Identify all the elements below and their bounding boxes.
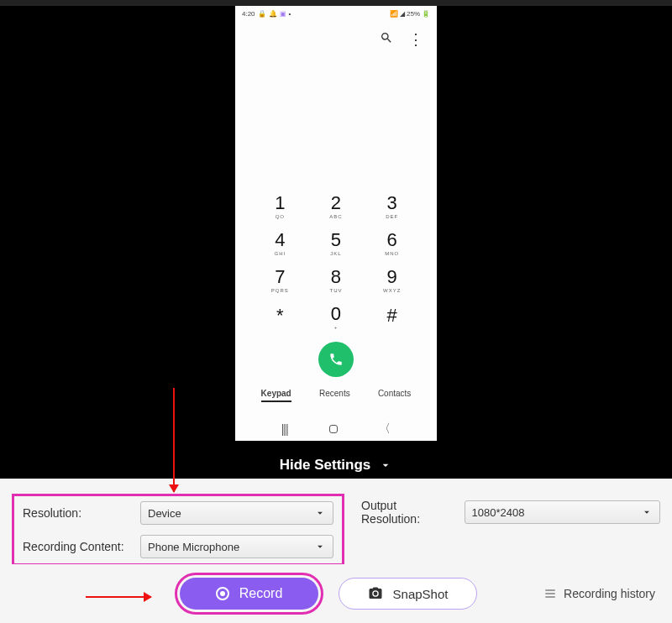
dialpad-letters: GHI xyxy=(252,251,308,256)
dialpad-letters: WXYZ xyxy=(364,288,420,293)
dialpad-key-0[interactable]: 0+ xyxy=(308,305,365,330)
output-resolution-select[interactable]: 1080*2408 xyxy=(465,500,660,524)
battery-icon: 🔋 xyxy=(422,10,430,18)
output-resolution-label: Output Resolution: xyxy=(361,499,456,526)
call-button[interactable] xyxy=(318,342,354,377)
bell-icon: 🔔 xyxy=(269,10,277,18)
dialpad-digit: 8 xyxy=(308,268,365,286)
recording-content-label: Recording Content: xyxy=(23,540,132,553)
tab-contacts[interactable]: Contacts xyxy=(378,389,411,402)
phone-toolbar: ⋮ xyxy=(235,21,437,58)
dialpad-letters: ABC xyxy=(308,214,365,219)
snapshot-button[interactable]: SnapShot xyxy=(339,578,477,610)
dialpad-digit: * xyxy=(252,305,308,327)
search-icon[interactable] xyxy=(380,31,393,48)
nav-back-icon[interactable]: 〈 xyxy=(379,421,391,437)
phone-mirror-area: 4:20 🔒 🔔 ▣ • 📶 ◢ 25% 🔋 ⋮ 1QO2ABC3DEF4GHI… xyxy=(0,6,672,451)
record-label: Record xyxy=(239,586,283,601)
dialpad: 1QO2ABC3DEF4GHI5JKL6MNO7PQRS8TUV9WXYZ*0+… xyxy=(235,58,437,417)
output-resolution-value: 1080*2408 xyxy=(472,506,525,519)
chevron-down-icon xyxy=(641,506,653,518)
more-icon[interactable]: ⋮ xyxy=(408,32,423,47)
hide-settings-label: Hide Settings xyxy=(280,457,371,474)
phone-status-bar: 4:20 🔒 🔔 ▣ • 📶 ◢ 25% 🔋 xyxy=(235,6,437,21)
dialpad-digit: 0 xyxy=(308,305,365,323)
hide-settings-toggle[interactable]: Hide Settings xyxy=(0,451,672,479)
dialpad-digit: 2 xyxy=(308,194,365,212)
nav-recents-icon[interactable]: ||| xyxy=(281,422,288,436)
phone-tabs: Keypad Recents Contacts xyxy=(235,385,437,409)
dialpad-key-8[interactable]: 8TUV xyxy=(308,268,365,293)
dialpad-digit: 1 xyxy=(252,194,308,212)
dialpad-letters: TUV xyxy=(308,288,365,293)
dialpad-digit: 4 xyxy=(252,231,308,249)
resolution-label: Resolution: xyxy=(23,506,132,520)
dialpad-digit: # xyxy=(364,305,420,327)
dialpad-digit: 7 xyxy=(252,268,308,286)
lock-icon: 🔒 xyxy=(258,10,266,18)
dialpad-digit: 9 xyxy=(364,268,420,286)
chevron-down-icon xyxy=(314,541,326,552)
dialpad-letters: + xyxy=(308,325,365,330)
app-icon: ▣ xyxy=(280,10,286,18)
camera-icon xyxy=(368,586,383,601)
dialpad-key-4[interactable]: 4GHI xyxy=(252,231,308,256)
record-highlight-box: Record xyxy=(175,573,323,615)
dialpad-key-1[interactable]: 1QO xyxy=(252,194,308,219)
chevron-down-icon xyxy=(314,507,326,519)
tab-recents[interactable]: Recents xyxy=(319,389,350,402)
dialpad-key-2[interactable]: 2ABC xyxy=(308,194,365,219)
record-button[interactable]: Record xyxy=(180,578,318,610)
action-bar: Record SnapShot Recording history xyxy=(0,564,672,623)
dialpad-digit: 5 xyxy=(308,231,365,249)
wifi-icon: 📶 xyxy=(390,10,398,18)
phone-icon xyxy=(328,352,344,367)
resolution-value: Device xyxy=(148,507,181,520)
android-nav-bar: ||| 〈 xyxy=(235,417,437,441)
window-top-bar xyxy=(0,0,672,6)
dialpad-key-6[interactable]: 6MNO xyxy=(364,231,420,256)
dialpad-letters: MNO xyxy=(364,251,420,256)
dialpad-key-#[interactable]: # xyxy=(364,305,420,330)
recording-history-link[interactable]: Recording history xyxy=(543,587,655,600)
dot-icon: • xyxy=(289,10,291,18)
dialpad-key-7[interactable]: 7PQRS xyxy=(252,268,308,293)
status-time: 4:20 xyxy=(242,10,255,18)
annotation-arrow-right xyxy=(86,596,151,598)
settings-panel: Resolution: Device Recording Content: Ph… xyxy=(0,479,672,564)
dialpad-key-5[interactable]: 5JKL xyxy=(308,231,365,256)
dialpad-key-9[interactable]: 9WXYZ xyxy=(364,268,420,293)
battery-text: 25% xyxy=(407,10,420,18)
record-icon xyxy=(216,587,229,600)
tab-keypad[interactable]: Keypad xyxy=(261,389,291,402)
list-icon xyxy=(543,587,557,600)
recording-history-label: Recording history xyxy=(564,587,655,600)
dialpad-letters: JKL xyxy=(308,251,365,256)
annotation-arrow-down xyxy=(173,388,175,492)
dialpad-digit: 3 xyxy=(364,194,420,212)
recording-content-select[interactable]: Phone Microphone xyxy=(140,535,333,558)
dialpad-key-*[interactable]: * xyxy=(252,305,308,330)
dialpad-letters: DEF xyxy=(364,214,420,219)
chevron-down-icon xyxy=(379,458,392,472)
snapshot-label: SnapShot xyxy=(393,587,449,601)
signal-icon: ◢ xyxy=(400,10,405,18)
dialpad-letters: PQRS xyxy=(252,288,308,293)
phone-screen: 4:20 🔒 🔔 ▣ • 📶 ◢ 25% 🔋 ⋮ 1QO2ABC3DEF4GHI… xyxy=(235,6,437,441)
dialpad-letters: QO xyxy=(252,214,308,219)
resolution-select[interactable]: Device xyxy=(140,501,333,525)
nav-home-icon[interactable] xyxy=(329,422,338,436)
dialpad-key-3[interactable]: 3DEF xyxy=(364,194,420,219)
settings-highlight-box: Resolution: Device Recording Content: Ph… xyxy=(12,494,344,566)
recording-content-value: Phone Microphone xyxy=(148,541,239,553)
dialpad-digit: 6 xyxy=(364,231,420,249)
